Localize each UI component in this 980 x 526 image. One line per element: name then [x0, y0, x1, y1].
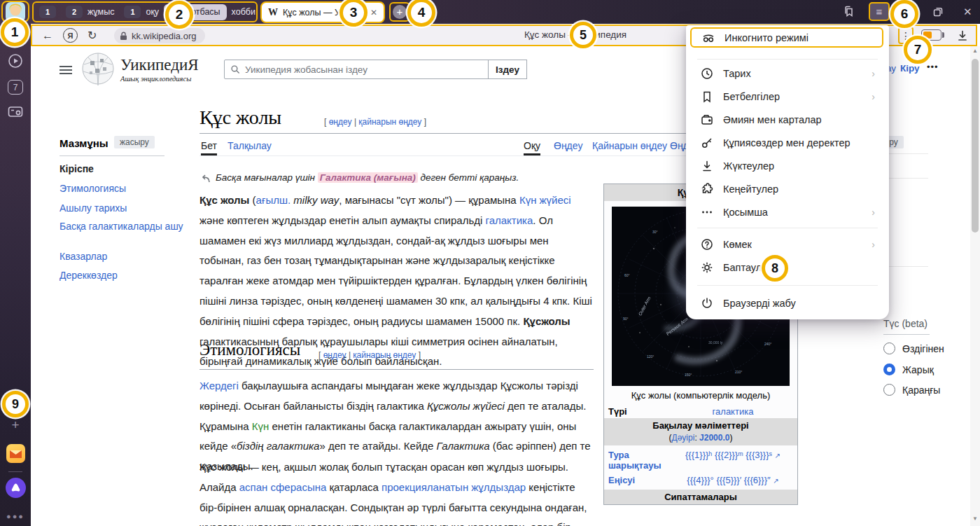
menu-item-passwords[interactable]: Құпиясөздер мен деректер [690, 132, 885, 153]
heading-rule [200, 369, 594, 370]
tab-page[interactable]: Бет [201, 140, 217, 155]
power-icon [700, 296, 714, 310]
refresh-icon[interactable]: ↻ [88, 29, 97, 42]
history-icon [700, 67, 714, 81]
edit-link[interactable]: өңдеу [329, 117, 352, 127]
wikipedia-logo[interactable] [81, 52, 115, 88]
play-video-icon[interactable] [7, 53, 24, 69]
wiki-search-input[interactable]: Уикипедия жобасынан іздеу [224, 60, 489, 79]
scroll-down-icon[interactable]: ▼ [970, 515, 980, 522]
chevron-right-icon: › [872, 68, 875, 79]
yandex-icon[interactable]: Я [63, 28, 78, 43]
side-panel-icon[interactable] [842, 5, 856, 22]
menu-item-close-browser[interactable]: Браузерді жабу [690, 293, 885, 314]
menu-item-downloads[interactable]: Жүктеулер [690, 155, 885, 177]
close-window-icon[interactable]: ✕ [963, 6, 972, 18]
tab-count: 7 [13, 83, 18, 92]
downloads-toolbar-icon[interactable] [955, 29, 969, 46]
galaxy-label-scale: 30,000 ly [708, 340, 723, 345]
menu-item-more[interactable]: Қосымша › [690, 202, 885, 223]
scrollbar-thumb[interactable] [972, 59, 979, 233]
browser-menu-button[interactable]: ≡ [869, 2, 890, 21]
callout-6: 6 [890, 0, 918, 28]
tab-edit-source[interactable]: Қайнарын өңдеу [592, 140, 667, 151]
ra-label-link[interactable]: Тура шарықтауы [608, 450, 673, 471]
h2-edit-links: [ өңдеу | қайнарын өңдеу ] [318, 350, 421, 360]
tab-group-2-badge[interactable]: 2 [66, 6, 83, 18]
incognito-icon [701, 31, 715, 45]
tab-group-3-label[interactable]: оқу [146, 7, 159, 17]
header-more-icon[interactable]: ••• [927, 62, 939, 72]
menu-item-extensions[interactable]: Кеңейтулер [690, 179, 885, 200]
wiki-wordmark[interactable]: УикипедиЯ [120, 56, 199, 74]
scroll-up-icon[interactable]: ▲ [970, 48, 980, 54]
radio-selected-icon [883, 364, 895, 375]
tab-group-1[interactable]: 1 [39, 6, 56, 18]
svg-text:240°: 240° [764, 342, 771, 346]
edit-source-link[interactable]: қайнарын өңдеу [358, 117, 421, 127]
toc-item-other-galaxies[interactable]: Басқа галактикаларды ашу [59, 220, 189, 233]
settings-icon [700, 261, 714, 275]
add-panel-icon[interactable]: + [0, 417, 31, 433]
wiki-menu-icon[interactable] [59, 64, 72, 76]
tab-edit[interactable]: Өңдеу [554, 140, 582, 151]
svg-text:60°: 60° [624, 273, 630, 277]
toc-item-sources[interactable]: Дереккөздер [59, 269, 189, 282]
ellipsis-icon [700, 205, 714, 219]
screenshot-icon[interactable] [7, 104, 24, 119]
callout-1: 1 [1, 18, 29, 46]
extensions-icon [700, 182, 714, 196]
radio-dark[interactable]: Қараңғы [883, 384, 940, 396]
toc-item-history[interactable]: Ашылу тарихы [59, 202, 189, 214]
restore-window-icon[interactable] [932, 6, 944, 21]
infobox-characteristics-section: Сипаттамалары [604, 490, 797, 504]
title-edit-links: [ өңдеу | қайнарын өңдеу ] [324, 117, 426, 127]
login-link[interactable]: Кіру [900, 63, 920, 74]
search-button[interactable]: Іздеу [488, 60, 527, 79]
ra-value-link[interactable]: {{{1}}}ʰ {{{2}}}ᵐ {{{3}}}ˢ ↗ [673, 450, 793, 471]
toc-hide-button[interactable]: жасыру [114, 136, 155, 148]
infobox-caption: Құс жолы (компьютерлік модель) [604, 386, 797, 405]
window-titlebar: 1 2 жұмыс 1 оқу 1 отбасы хобби ▼ W Құс ж… [0, 0, 980, 24]
tab-group-5-label[interactable]: хобби [232, 7, 255, 17]
toc-item-etymology[interactable]: Этимологиясы [59, 182, 189, 195]
back-icon[interactable]: ← [42, 29, 53, 42]
sidebar-more-icon[interactable]: ●●● [0, 512, 31, 520]
address-bar[interactable]: kk.wikipedia.org [114, 28, 205, 43]
dec-label-link[interactable]: Еңісуі [608, 475, 673, 485]
browser-window: 1 2 жұмыс 1 оқу 1 отбасы хобби ▼ W Құс ж… [0, 0, 980, 526]
type-value-link[interactable]: галактика [673, 406, 793, 417]
menu-item-help[interactable]: Көмек › [690, 234, 885, 255]
downloads-icon [700, 159, 714, 173]
toc-item-intro[interactable]: Кіріспе [59, 162, 189, 175]
toc-divider [59, 155, 164, 156]
browser-sidebar: 7 + ●●● [0, 24, 31, 526]
chevron-right-icon: › [872, 91, 875, 102]
tab-talk[interactable]: Талқылау [227, 140, 272, 151]
search-icon [230, 64, 240, 74]
callout-2: 2 [165, 1, 193, 29]
sidebar-divider [8, 471, 22, 472]
menu-item-incognito[interactable]: Инкогнито режимі [690, 27, 883, 48]
mail-app-icon[interactable] [6, 444, 25, 463]
menu-item-bookmarks[interactable]: Бетбелгілер › [690, 86, 885, 107]
dec-value-link[interactable]: {{{4}}}° {{{5}}}′ {{{6}}}″ ↗ [673, 475, 793, 485]
edit-link[interactable]: өңдеу [323, 350, 346, 360]
alice-assistant-icon[interactable] [6, 478, 26, 498]
menu-item-history[interactable]: Тарих › [690, 63, 885, 84]
tab-close-icon[interactable]: ✕ [370, 8, 377, 18]
radio-light[interactable]: Жарық [883, 364, 934, 375]
tab-group-3-badge[interactable]: 1 [124, 6, 141, 18]
menu-item-wallet[interactable]: Әмиян мен карталар [690, 109, 885, 130]
lock-icon [120, 32, 127, 41]
tab-read[interactable]: Оқу [524, 140, 540, 155]
toc-item-quasars[interactable]: Квазарлар [59, 250, 189, 263]
radio-automatic[interactable]: Өздігінен [883, 342, 944, 354]
callout-7: 7 [904, 36, 932, 64]
tab-counter-icon[interactable]: 7 [8, 80, 23, 95]
tab-group-2-label[interactable]: жұмыс [88, 7, 114, 17]
callout-9: 9 [2, 391, 29, 417]
color-section-rule [883, 334, 930, 335]
edit-source-link[interactable]: қайнарын өңдеу [353, 350, 416, 360]
article-title: Құс жолы [200, 106, 281, 129]
